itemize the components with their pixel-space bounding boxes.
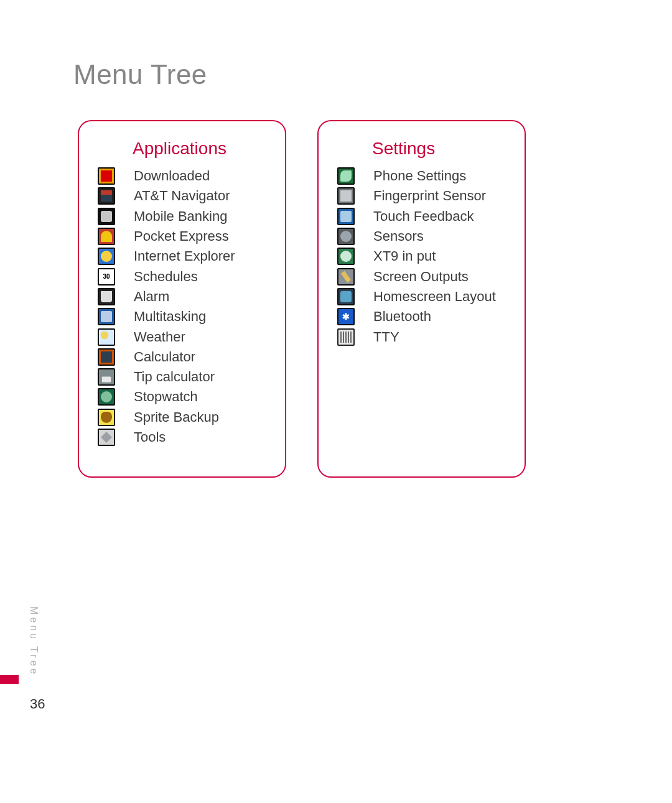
menu-item-label: AT&T Navigator xyxy=(134,188,230,204)
menu-item-label: Downloaded xyxy=(134,168,210,184)
menu-item-label: Stopwatch xyxy=(134,389,198,405)
calendar-icon: 30 xyxy=(98,268,115,285)
menu-item-label: Pocket Express xyxy=(134,228,229,244)
menu-item: 30 Schedules xyxy=(98,266,266,286)
menu-item-label: Sprite Backup xyxy=(134,409,219,425)
menu-item-label: Multitasking xyxy=(134,309,206,325)
menu-item: Alarm xyxy=(98,287,266,307)
tip-calculator-icon xyxy=(98,368,115,386)
menu-item-label: Calculator xyxy=(134,349,195,365)
manual-page: Menu Tree Applications Downloaded AT&T N… xyxy=(0,0,672,803)
alarm-clock-icon xyxy=(98,288,115,305)
sprite-backup-icon xyxy=(98,409,115,426)
menu-item: Homescreen Layout xyxy=(337,287,506,307)
menu-item: TTY xyxy=(337,327,506,346)
menu-item: Internet Explorer xyxy=(98,246,266,266)
menu-item-label: TTY xyxy=(373,329,399,345)
stopwatch-icon xyxy=(98,388,115,406)
att-navigator-icon xyxy=(98,187,115,205)
touch-feedback-icon xyxy=(337,208,355,225)
menu-item-label: Sensors xyxy=(373,228,424,244)
settings-heading: Settings xyxy=(372,139,506,159)
menu-item: Calculator xyxy=(98,347,266,367)
sensors-icon xyxy=(337,228,355,245)
menu-item-label: Phone Settings xyxy=(373,168,466,184)
menu-item-label: Tip calculator xyxy=(134,369,215,385)
menu-item: Sprite Backup xyxy=(98,407,266,427)
page-title: Menu Tree xyxy=(73,59,207,90)
menu-item: Fingerprint Sensor xyxy=(337,186,506,206)
menu-item-label: XT9 in put xyxy=(373,248,436,264)
menu-item-label: Internet Explorer xyxy=(134,248,235,264)
section-tab-mark xyxy=(0,675,19,684)
menu-item: Phone Settings xyxy=(337,166,506,186)
screen-outputs-icon xyxy=(337,268,355,285)
applications-heading: Applications xyxy=(133,139,266,159)
menu-item-label: Schedules xyxy=(134,269,198,285)
menu-item: Downloaded xyxy=(98,166,266,186)
phone-settings-icon xyxy=(337,167,355,185)
menu-item: Stopwatch xyxy=(98,387,266,407)
menu-item-label: Weather xyxy=(134,329,185,345)
section-tab-label: Menu Tree xyxy=(28,606,39,676)
menu-item: Pocket Express xyxy=(98,226,266,246)
menu-item: Tools xyxy=(98,427,266,447)
applications-panel: Applications Downloaded AT&T Navigator M… xyxy=(78,120,286,478)
menu-item-label: Bluetooth xyxy=(373,309,431,325)
menu-item-label: Tools xyxy=(134,429,166,445)
internet-explorer-icon xyxy=(98,248,115,265)
tools-icon xyxy=(98,429,115,446)
menu-item: Weather xyxy=(98,327,266,346)
menu-item: Tip calculator xyxy=(98,367,266,387)
multitasking-icon xyxy=(98,308,115,325)
menu-item: Touch Feedback xyxy=(337,207,506,226)
fingerprint-icon xyxy=(337,187,355,205)
tty-icon xyxy=(337,328,355,346)
weather-icon xyxy=(98,328,115,346)
menu-item-label: Screen Outputs xyxy=(373,269,469,285)
page-number: 36 xyxy=(30,696,45,712)
mobile-banking-icon xyxy=(98,208,115,225)
menu-item: Screen Outputs xyxy=(337,266,506,286)
menu-item-label: Homescreen Layout xyxy=(373,289,496,305)
homescreen-layout-icon xyxy=(337,288,355,305)
menu-item-label: Mobile Banking xyxy=(134,208,227,225)
menu-item: ✱ Bluetooth xyxy=(337,307,506,327)
pocket-express-icon xyxy=(98,228,115,245)
menu-item: XT9 in put xyxy=(337,246,506,266)
menu-item-label: Touch Feedback xyxy=(373,208,474,225)
settings-panel: Settings Phone Settings Fingerprint Sens… xyxy=(317,120,526,478)
menu-item-label: Alarm xyxy=(134,289,169,305)
menu-item: Multitasking xyxy=(98,307,266,327)
bluetooth-icon: ✱ xyxy=(337,308,355,325)
download-icon xyxy=(98,167,115,185)
menu-item-label: Fingerprint Sensor xyxy=(373,188,486,204)
menu-item: Sensors xyxy=(337,226,506,246)
menu-item: AT&T Navigator xyxy=(98,186,266,206)
xt9-input-icon xyxy=(337,248,355,265)
calculator-icon xyxy=(98,348,115,366)
menu-item: Mobile Banking xyxy=(98,207,266,226)
